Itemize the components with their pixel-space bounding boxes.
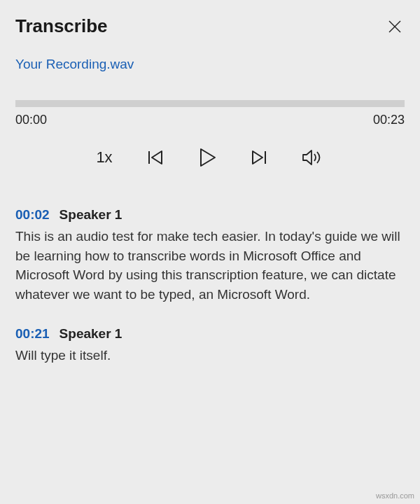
volume-icon xyxy=(302,148,324,167)
skip-previous-icon xyxy=(146,148,164,167)
play-button[interactable] xyxy=(198,147,216,168)
previous-button[interactable] xyxy=(146,148,164,167)
svg-marker-5 xyxy=(253,151,262,164)
volume-button[interactable] xyxy=(302,148,324,167)
segment-speaker: Speaker 1 xyxy=(59,207,122,223)
current-time: 00:00 xyxy=(15,113,47,127)
close-button[interactable] xyxy=(385,17,405,36)
duration-time: 00:23 xyxy=(373,113,405,127)
segment-text: This is an audio test for make tech easi… xyxy=(15,227,405,304)
play-icon xyxy=(198,147,216,168)
next-button[interactable] xyxy=(250,148,268,167)
svg-marker-7 xyxy=(303,150,312,164)
audio-progress-bar[interactable] xyxy=(15,100,405,107)
segment-text: Will type it itself. xyxy=(15,346,405,365)
playback-controls: 1x xyxy=(15,147,405,168)
close-icon xyxy=(388,20,402,34)
segment-timestamp[interactable]: 00:21 xyxy=(15,326,50,342)
time-display: 00:00 00:23 xyxy=(15,113,405,127)
segment-timestamp[interactable]: 00:02 xyxy=(15,207,50,223)
svg-marker-3 xyxy=(152,151,162,164)
skip-next-icon xyxy=(250,148,268,167)
panel-title: Transcribe xyxy=(15,15,108,37)
transcript-segment: 00:02 Speaker 1 This is an audio test fo… xyxy=(15,207,405,304)
panel-header: Transcribe xyxy=(15,15,405,37)
watermark-text: wsxdn.com xyxy=(376,491,414,500)
segment-speaker: Speaker 1 xyxy=(59,326,122,342)
transcript-segment: 00:21 Speaker 1 Will type it itself. xyxy=(15,326,405,365)
playback-speed-button[interactable]: 1x xyxy=(96,148,112,167)
svg-marker-4 xyxy=(201,149,215,166)
recording-filename-link[interactable]: Your Recording.wav xyxy=(15,57,134,72)
